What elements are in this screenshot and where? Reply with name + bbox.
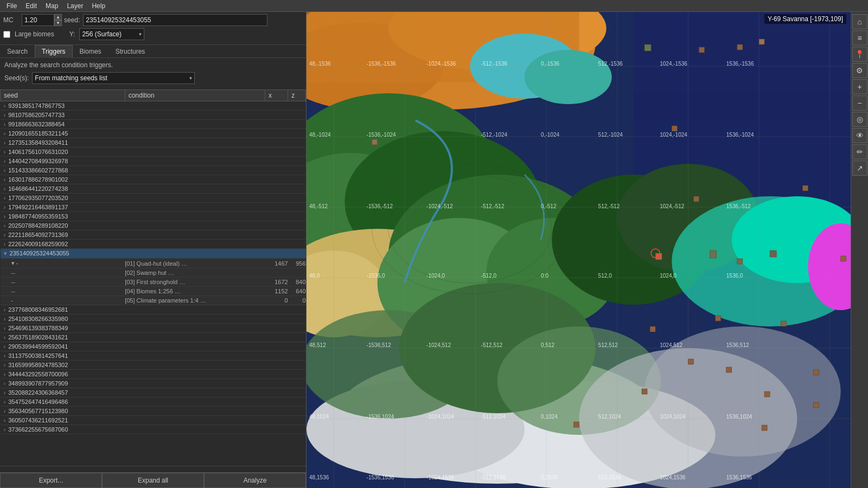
map-tool-zoom-in[interactable]: + [852,79,867,94]
tab-triggers[interactable]: Triggers [35,45,73,58]
map-tool-brush[interactable]: ✏ [852,144,867,159]
table-row[interactable]: › 98107586205747733 [1,111,306,120]
expand-arrow[interactable]: › [4,371,6,377]
table-row[interactable]: › 316599958924785302 [1,361,306,370]
mc-spin-up[interactable]: ▲ [54,14,62,20]
expand-arrow[interactable]: › [4,241,6,247]
expand-arrow[interactable]: ▾ [4,250,7,256]
table-row[interactable]: › 222624009168259092 [1,240,306,249]
map-tool-layers[interactable]: ≡ [852,30,867,46]
expand-arrow[interactable]: › [4,102,6,109]
mc-spin-down[interactable]: ▼ [54,20,62,26]
expand-arrow[interactable]: › [4,334,6,341]
table-row[interactable]: › 356340567715123980 [1,407,306,416]
map-tool-eye[interactable]: 👁 [852,128,867,143]
horizontal-scrollbar[interactable] [0,466,306,472]
expand-arrow[interactable]: › [4,417,6,423]
seed-input[interactable] [83,14,267,26]
child-row[interactable]: -[05] Climate parameters 1:4 …00 [1,296,306,305]
table-row[interactable]: › 354752647416496486 [1,397,306,407]
map-tool-zoom-out[interactable]: − [852,95,867,111]
export-button[interactable]: Export... [0,473,102,488]
seeds-select[interactable]: From matching seeds list [32,72,195,84]
y-select[interactable]: 256 (Surface) [79,28,144,40]
table-row[interactable]: › 151433386602727868 [1,166,306,175]
table-row[interactable]: › 202507884289108220 [1,221,306,230]
expand-arrow[interactable]: › [4,139,6,146]
seed-table-container[interactable]: seed condition x z › 93913851747867753› … [0,89,306,466]
expand-arrow[interactable]: › [4,167,6,174]
table-row[interactable]: › 127351358493208411 [1,138,306,147]
menu-file[interactable]: File [2,1,21,11]
menu-edit[interactable]: Edit [21,1,41,11]
tab-search[interactable]: Search [0,45,35,57]
table-row[interactable]: › 140617561076631020 [1,147,306,157]
table-row[interactable]: › 254108308266335980 [1,314,306,324]
expand-arrow[interactable]: › [4,149,6,155]
expand-arrow[interactable]: › [4,185,6,192]
expand-arrow[interactable]: › [4,352,6,359]
menu-map[interactable]: Map [41,1,62,11]
table-row[interactable]: › 344443292558700096 [1,370,306,379]
expand-arrow[interactable]: › [4,325,6,331]
child-row[interactable]: --[02] Swamp hut … [1,268,306,278]
expand-all-button[interactable]: Expand all [102,473,204,488]
mc-input[interactable] [22,14,54,26]
table-row[interactable]: › 360507436211692521 [1,416,306,425]
expand-arrow[interactable]: › [4,426,6,433]
expand-arrow[interactable]: › [4,176,6,183]
child-row[interactable]: --[03] First stronghold …1672840 [1,278,306,287]
analyze-button[interactable]: Analyze [204,473,306,488]
expand-arrow[interactable]: › [4,130,6,137]
table-row[interactable]: › 256375189028431621 [1,333,306,342]
table-row[interactable]: › 222118654092731369 [1,230,306,240]
expand-arrow[interactable]: › [4,158,6,164]
child-row[interactable]: --[04] Biomes 1:256 …1152640 [1,287,306,296]
expand-arrow[interactable]: › [4,204,6,210]
large-biomes-label[interactable]: Large biomes [15,30,54,38]
table-row[interactable]: › 163017886278901002 [1,175,306,184]
tab-biomes[interactable]: Biomes [73,45,108,57]
table-row[interactable]: › 144042708499326978 [1,157,306,166]
expand-arrow[interactable]: › [4,213,6,220]
menu-help[interactable]: Help [87,1,110,11]
table-row[interactable]: › 352088224306368457 [1,388,306,397]
table-row[interactable]: › 348993907877957909 [1,379,306,388]
expand-arrow[interactable]: › [4,232,6,238]
table-row[interactable]: › 177062935077203520 [1,194,306,203]
expand-arrow[interactable]: › [4,306,6,313]
table-row[interactable]: › 179492216463891137 [1,203,306,212]
table-row[interactable]: › 373662255675687060 [1,425,306,434]
expand-arrow[interactable]: › [4,380,6,387]
map-area[interactable]: Y-69 Savanna [-1973,109] [307,12,868,488]
map-tool-marker[interactable]: ◎ [852,112,867,127]
map-tool-pin[interactable]: 📍 [852,47,867,62]
expand-arrow[interactable]: › [4,316,6,322]
map-canvas[interactable]: 48,-1536 -1536,-1536 -1024,-1536 -512,-1… [307,12,868,488]
table-row[interactable]: › 198487740955359153 [1,212,306,221]
expand-arrow[interactable]: › [4,408,6,414]
menu-layer[interactable]: Layer [62,1,87,11]
table-row[interactable]: › 237768008346952681 [1,305,306,314]
child-row[interactable]: ▾ -[01] Quad-hut (ideal) …1467956 [1,259,306,268]
expand-arrow[interactable]: › [4,112,6,118]
expand-arrow[interactable]: › [4,343,6,350]
table-row[interactable]: › 254696139383788349 [1,324,306,333]
expand-arrow[interactable]: › [4,195,6,201]
map-tool-home[interactable]: ⌂ [852,14,867,29]
expand-arrow[interactable]: › [4,222,6,229]
table-row[interactable]: › 290539944599592041 [1,342,306,351]
table-row[interactable]: ▾ 235140925324453055 [1,249,306,259]
tab-structures[interactable]: Structures [108,45,152,57]
table-row[interactable]: › 120901655185321145 [1,129,306,138]
expand-arrow[interactable]: › [4,362,6,368]
map-tool-export[interactable]: ↗ [852,160,867,176]
expand-arrow[interactable]: › [4,389,6,396]
expand-arrow[interactable]: › [4,399,6,405]
table-row[interactable]: › 164686441220274238 [1,184,306,194]
table-row[interactable]: › 99186663632388454 [1,120,306,129]
map-tool-settings[interactable]: ⚙ [852,63,867,78]
table-row[interactable]: › 93913851747867753 [1,101,306,111]
expand-arrow[interactable]: › [4,121,6,127]
table-row[interactable]: › 311375003814257641 [1,351,306,361]
